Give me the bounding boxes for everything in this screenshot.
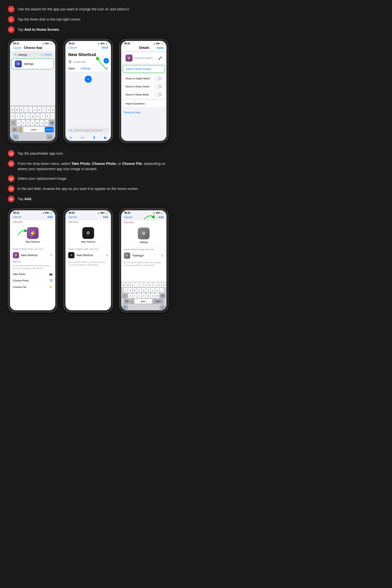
share-sheet-toggle[interactable]	[155, 84, 162, 88]
kb6-j[interactable]: j	[151, 288, 155, 293]
kb-emoji[interactable]: 😊	[18, 127, 22, 132]
kb-p[interactable]: p	[51, 107, 54, 112]
kb6-n[interactable]: n	[151, 294, 155, 298]
kb6-o[interactable]: o	[158, 282, 162, 287]
phone-6-cancel[interactable]: Cancel	[124, 216, 132, 219]
phone-1-result[interactable]: ⚙ Settings	[12, 58, 54, 70]
phone-1-search-value[interactable]: Settings	[18, 53, 40, 56]
kb6-u[interactable]: u	[148, 282, 152, 287]
kb-123[interactable]: 123	[12, 127, 18, 132]
phone-1-search-cancel[interactable]: Cancel	[44, 53, 51, 56]
kb-x[interactable]: x	[22, 120, 25, 126]
phone-6-name-text[interactable]: *Settings*	[132, 254, 159, 257]
phone-4-add[interactable]: Add	[47, 216, 52, 218]
edit-icon-label-4[interactable]: Edit Icon	[10, 260, 55, 264]
kb-b[interactable]: b	[36, 120, 39, 126]
kb-v[interactable]: v	[31, 120, 34, 126]
kb-w[interactable]: w	[15, 107, 19, 112]
phone-6-add[interactable]: Add	[158, 216, 164, 219]
phone-4-choose-file[interactable]: Choose File 📁	[10, 284, 55, 290]
shortcut-name-input[interactable]: Shortcut Name	[134, 56, 156, 60]
phone-5-name-icon[interactable]: ⚙	[68, 252, 74, 258]
kb6-123[interactable]: 123	[124, 299, 129, 304]
kb6-v[interactable]: v	[142, 294, 146, 298]
kb6-a[interactable]: a	[124, 288, 128, 293]
kb6-z[interactable]: z	[128, 294, 132, 298]
kb-s[interactable]: s	[16, 114, 20, 119]
kb6-emoji[interactable]: 😊	[130, 299, 134, 304]
mic-icon[interactable]: 🎤	[158, 56, 162, 60]
import-row[interactable]: Import Questions ›	[123, 100, 165, 107]
kb-search[interactable]: search	[45, 127, 54, 132]
kb-y[interactable]: y	[33, 107, 37, 112]
kb-l[interactable]: l	[50, 114, 54, 119]
kb-mic[interactable]: 🎤	[47, 134, 53, 140]
phone-1-search-clear[interactable]: ✕	[40, 53, 43, 56]
phone-2-next[interactable]: Next	[102, 46, 108, 49]
shortcuts-help[interactable]: Shortcuts Help	[121, 108, 166, 116]
kb6-w[interactable]: w	[126, 282, 130, 287]
phone-6-name-icon[interactable]: ⚙	[124, 252, 130, 259]
kb6-c[interactable]: c	[137, 294, 141, 298]
phone-4-cancel[interactable]: Cancel	[13, 216, 21, 218]
kb6-k[interactable]: k	[155, 288, 159, 293]
kb6-space[interactable]: space	[134, 299, 152, 304]
kb6-y[interactable]: y	[144, 282, 148, 287]
phone-4-name-clear[interactable]: ✕	[50, 254, 52, 257]
kb6-g[interactable]: g	[142, 288, 146, 293]
phone-4-take-photo[interactable]: Take Photo 📷	[10, 271, 55, 277]
phone-1-cancel[interactable]: Cancel	[13, 46, 21, 50]
phone-4-app-icon[interactable]: ⚡	[27, 227, 38, 239]
kb6-f[interactable]: f	[137, 288, 141, 293]
kb-o[interactable]: o	[47, 107, 50, 112]
kb6-h[interactable]: h	[146, 288, 150, 293]
phone-4-choose-photo[interactable]: Choose Photo 🖼	[10, 277, 55, 284]
kb6-m[interactable]: m	[155, 294, 159, 298]
kb-globe[interactable]: 🌐	[12, 134, 18, 140]
three-dots-btn[interactable]: ···	[104, 58, 109, 64]
apple-watch-toggle[interactable]	[155, 76, 162, 80]
sleep-mode-toggle[interactable]	[155, 92, 162, 96]
redo-icon[interactable]: ↪	[81, 136, 84, 140]
kb-d[interactable]: d	[21, 114, 25, 119]
phone-2-cancel[interactable]: Cancel	[68, 46, 77, 49]
kb6-return[interactable]: return	[153, 299, 164, 304]
undo-icon[interactable]: ↩	[70, 136, 72, 140]
phone-6-app-icon[interactable]: ⚙	[138, 228, 150, 239]
kb6-s[interactable]: s	[128, 288, 132, 293]
kb6-q[interactable]: q	[122, 282, 126, 287]
kb-delete[interactable]: ⌫	[49, 120, 54, 126]
search-inner[interactable]: 🔍 Search for apps and actions	[68, 128, 109, 133]
phone-3-done[interactable]: Done	[157, 46, 164, 50]
kb6-r[interactable]: r	[135, 282, 139, 287]
kb-i[interactable]: i	[42, 107, 46, 112]
kb6-b[interactable]: b	[146, 294, 150, 298]
settings-link[interactable]: Settings	[81, 67, 91, 70]
kb-j[interactable]: j	[40, 114, 44, 119]
kb-c[interactable]: c	[26, 120, 30, 126]
phone-5-name-text[interactable]: New Shortcut	[76, 254, 104, 257]
kb-q[interactable]: q	[11, 107, 14, 112]
phone-1-search[interactable]: 🔍 Settings ✕ Cancel	[12, 52, 53, 57]
kb6-t[interactable]: t	[140, 282, 144, 287]
kb6-delete[interactable]: ⌫	[160, 294, 165, 298]
phone-4-name-text[interactable]: New Shortcut	[21, 254, 48, 257]
kb6-d[interactable]: d	[133, 288, 136, 293]
kb6-globe[interactable]: 🌐	[122, 305, 128, 310]
phone-5-app-icon[interactable]: ⚙	[82, 227, 94, 239]
phone-4-name-icon[interactable]: ⚡	[13, 252, 19, 258]
kb6-x[interactable]: x	[133, 294, 136, 298]
kb6-shift[interactable]: ⇧	[122, 294, 128, 298]
kb-k[interactable]: k	[46, 114, 50, 119]
kb-a[interactable]: a	[11, 114, 15, 119]
kb-shift[interactable]: ⇧	[11, 120, 16, 126]
kb-z[interactable]: z	[17, 120, 20, 126]
phone-5-name-clear[interactable]: ✕	[106, 254, 108, 257]
kb-f[interactable]: f	[26, 114, 30, 119]
kb-n[interactable]: n	[40, 120, 44, 126]
kb6-i[interactable]: i	[153, 282, 157, 287]
kb-m[interactable]: m	[45, 120, 48, 126]
phone-6-name-clear[interactable]: ✕	[161, 254, 164, 258]
share-icon[interactable]: ⬆	[93, 136, 96, 140]
add-homescreen-btn[interactable]: Add to Home Screen	[123, 65, 165, 73]
